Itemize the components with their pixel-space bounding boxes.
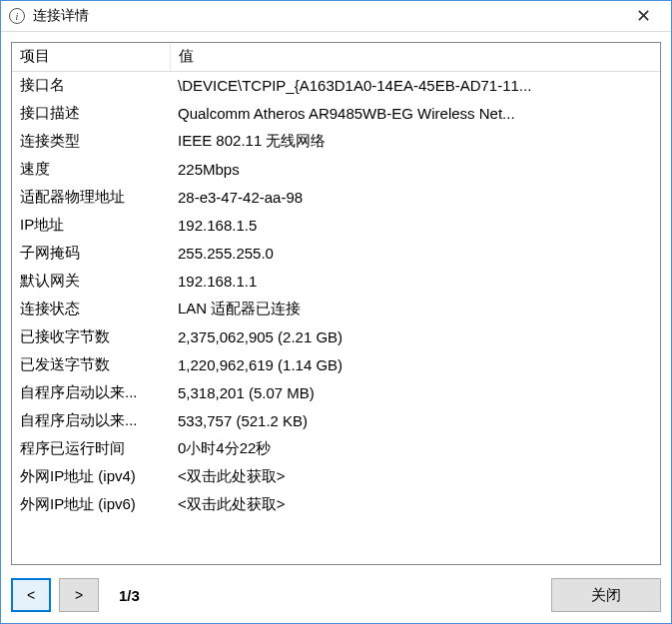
table-row[interactable]: IP地址192.168.1.5 bbox=[12, 211, 660, 239]
row-value: <双击此处获取> bbox=[170, 490, 660, 518]
row-key: 连接类型 bbox=[12, 127, 170, 155]
row-key: 外网IP地址 (ipv4) bbox=[12, 462, 170, 490]
close-button[interactable]: 关闭 bbox=[551, 578, 661, 612]
window-title: 连接详情 bbox=[33, 7, 623, 25]
row-key: 速度 bbox=[12, 155, 170, 183]
row-value: 225Mbps bbox=[170, 155, 660, 183]
content-area: 项目 值 接口名\DEVICE\TCPIP_{A163D1A0-14EA-45E… bbox=[1, 32, 671, 575]
table-row[interactable]: 自程序启动以来...5,318,201 (5.07 MB) bbox=[12, 378, 660, 406]
table-row[interactable]: 连接状态LAN 适配器已连接 bbox=[12, 295, 660, 322]
bottom-bar: < > 1/3 关闭 bbox=[1, 575, 671, 623]
row-key: 程序已运行时间 bbox=[12, 434, 170, 462]
row-key: 适配器物理地址 bbox=[12, 183, 170, 211]
row-key: 已接收字节数 bbox=[12, 322, 170, 350]
table-row[interactable]: 速度225Mbps bbox=[12, 155, 660, 183]
row-value: 533,757 (521.2 KB) bbox=[170, 406, 660, 434]
table-row[interactable]: 适配器物理地址28-e3-47-42-aa-98 bbox=[12, 183, 660, 211]
row-key: 默认网关 bbox=[12, 267, 170, 295]
row-value: <双击此处获取> bbox=[170, 462, 660, 490]
table-row[interactable]: 自程序启动以来...533,757 (521.2 KB) bbox=[12, 406, 660, 434]
row-value: IEEE 802.11 无线网络 bbox=[170, 127, 660, 155]
table-row[interactable]: 默认网关192.168.1.1 bbox=[12, 267, 660, 295]
close-icon[interactable]: ✕ bbox=[623, 2, 663, 30]
row-value: LAN 适配器已连接 bbox=[170, 295, 660, 322]
row-key: 连接状态 bbox=[12, 295, 170, 322]
table-row[interactable]: 连接类型IEEE 802.11 无线网络 bbox=[12, 127, 660, 155]
info-icon: i bbox=[9, 8, 25, 24]
table-row[interactable]: 已发送字节数1,220,962,619 (1.14 GB) bbox=[12, 350, 660, 378]
row-key: 外网IP地址 (ipv6) bbox=[12, 490, 170, 518]
titlebar[interactable]: i 连接详情 ✕ bbox=[1, 1, 671, 32]
row-value: 255.255.255.0 bbox=[170, 239, 660, 267]
row-key: IP地址 bbox=[12, 211, 170, 239]
row-key: 子网掩码 bbox=[12, 239, 170, 267]
row-value: 1,220,962,619 (1.14 GB) bbox=[170, 350, 660, 378]
table-row[interactable]: 外网IP地址 (ipv4)<双击此处获取> bbox=[12, 462, 660, 490]
details-grid: 项目 值 接口名\DEVICE\TCPIP_{A163D1A0-14EA-45E… bbox=[11, 42, 661, 565]
row-value: Qualcomm Atheros AR9485WB-EG Wireless Ne… bbox=[170, 99, 660, 127]
table-row[interactable]: 外网IP地址 (ipv6)<双击此处获取> bbox=[12, 490, 660, 518]
row-value: 0小时4分22秒 bbox=[170, 434, 660, 462]
table-row[interactable]: 接口描述Qualcomm Atheros AR9485WB-EG Wireles… bbox=[12, 99, 660, 127]
table-row[interactable]: 子网掩码255.255.255.0 bbox=[12, 239, 660, 267]
prev-button[interactable]: < bbox=[11, 578, 51, 612]
row-key: 接口描述 bbox=[12, 99, 170, 127]
header-key[interactable]: 项目 bbox=[12, 43, 170, 71]
row-key: 已发送字节数 bbox=[12, 350, 170, 378]
next-button[interactable]: > bbox=[59, 578, 99, 612]
table-row[interactable]: 接口名\DEVICE\TCPIP_{A163D1A0-14EA-45EB-AD7… bbox=[12, 71, 660, 99]
row-key: 自程序启动以来... bbox=[12, 406, 170, 434]
table-row[interactable]: 已接收字节数2,375,062,905 (2.21 GB) bbox=[12, 322, 660, 350]
row-value: 192.168.1.1 bbox=[170, 267, 660, 295]
row-key: 自程序启动以来... bbox=[12, 378, 170, 406]
table-row[interactable]: 程序已运行时间0小时4分22秒 bbox=[12, 434, 660, 462]
row-key: 接口名 bbox=[12, 71, 170, 99]
row-value: \DEVICE\TCPIP_{A163D1A0-14EA-45EB-AD71-1… bbox=[170, 71, 660, 99]
header-value[interactable]: 值 bbox=[170, 43, 660, 71]
row-value: 192.168.1.5 bbox=[170, 211, 660, 239]
row-value: 2,375,062,905 (2.21 GB) bbox=[170, 322, 660, 350]
page-indicator: 1/3 bbox=[119, 587, 140, 604]
row-value: 5,318,201 (5.07 MB) bbox=[170, 378, 660, 406]
row-value: 28-e3-47-42-aa-98 bbox=[170, 183, 660, 211]
